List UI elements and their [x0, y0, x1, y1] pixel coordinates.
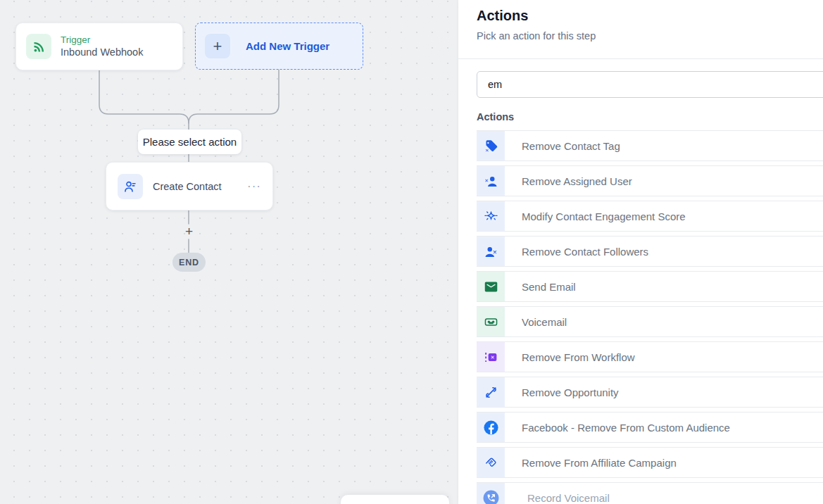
create-contact-icon — [118, 174, 143, 199]
record-voicemail-icon — [477, 483, 505, 504]
action-item-remove-from-workflow[interactable]: ✕ Remove From Workflow — [477, 341, 823, 372]
node-menu-icon[interactable]: ··· — [247, 179, 261, 194]
action-list: ✕ Remove Contact Tag ✕ Remove Assign — [477, 130, 823, 504]
trigger-node[interactable]: Trigger Inbound Webhook — [15, 23, 183, 70]
add-step-icon[interactable]: + — [182, 225, 196, 239]
connector-lines — [0, 0, 458, 504]
trigger-name-label: Inbound Webhook — [61, 46, 143, 58]
voicemail-icon — [477, 307, 505, 336]
action-item-facebook-remove-custom-audience[interactable]: Facebook - Remove From Custom Audience — [477, 412, 823, 443]
actions-section-label: Actions — [477, 111, 823, 122]
svg-text:✕: ✕ — [492, 248, 497, 255]
workflow-remove-icon: ✕ — [477, 342, 505, 372]
create-contact-node[interactable]: Create Contact ··· — [106, 162, 273, 210]
action-item-record-voicemail[interactable]: Record Voicemail — [477, 482, 823, 504]
send-email-icon — [477, 272, 505, 301]
action-item-remove-from-affiliate-campaign[interactable]: Remove From Affiliate Campaign — [477, 447, 823, 478]
svg-text:✕: ✕ — [484, 148, 489, 153]
action-search-input[interactable] — [477, 71, 823, 98]
action-item-remove-contact-followers[interactable]: ✕ Remove Contact Followers — [477, 236, 823, 267]
facebook-icon — [477, 412, 505, 442]
panel-header: Actions Pick an action for this step — [458, 0, 823, 59]
action-item-modify-engagement-score[interactable]: Modify Contact Engagement Score — [477, 201, 823, 232]
followers-remove-icon: ✕ — [477, 237, 505, 266]
action-item-remove-contact-tag[interactable]: ✕ Remove Contact Tag — [477, 130, 823, 161]
actions-panel: Actions Pick an action for this step Act… — [458, 0, 823, 504]
create-contact-label: Create Contact — [153, 181, 247, 192]
canvas-bottom-popup — [341, 495, 449, 504]
assigned-user-remove-icon: ✕ — [477, 166, 505, 196]
opportunity-remove-icon — [477, 377, 505, 407]
inbound-webhook-icon — [26, 34, 51, 59]
workflow-canvas[interactable]: Trigger Inbound Webhook + Add New Trigge… — [0, 0, 458, 504]
svg-text:✕: ✕ — [484, 177, 489, 182]
engagement-score-icon — [477, 201, 505, 231]
action-item-remove-opportunity[interactable]: Remove Opportunity — [477, 377, 823, 408]
tag-remove-icon: ✕ — [477, 131, 505, 160]
affiliate-remove-icon — [477, 448, 505, 477]
action-item-remove-assigned-user[interactable]: ✕ Remove Assigned User — [477, 165, 823, 196]
plus-icon: + — [205, 34, 230, 58]
trigger-category-label: Trigger — [61, 34, 143, 46]
panel-subtitle: Pick an action for this step — [477, 30, 805, 42]
action-item-voicemail[interactable]: Voicemail — [477, 306, 823, 337]
action-item-send-email[interactable]: Send Email — [477, 271, 823, 302]
add-new-trigger-label: Add New Trigger — [246, 40, 329, 52]
select-action-prompt: Please select action — [138, 130, 241, 154]
panel-title: Actions — [477, 8, 805, 24]
add-new-trigger-button[interactable]: + Add New Trigger — [195, 23, 363, 70]
workflow-builder: Trigger Inbound Webhook + Add New Trigge… — [0, 0, 823, 504]
end-badge: END — [172, 253, 206, 272]
svg-text:✕: ✕ — [490, 355, 494, 360]
